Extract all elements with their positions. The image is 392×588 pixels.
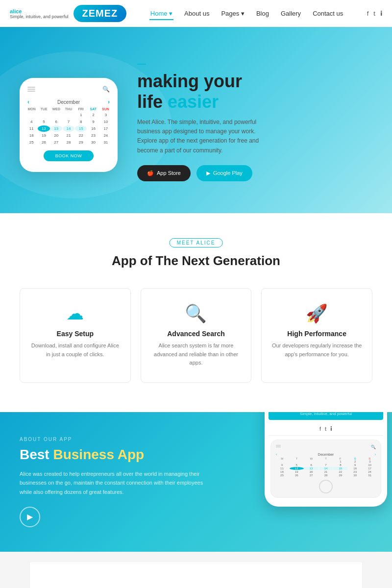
nav-gallery[interactable]: Gallery	[280, 8, 302, 19]
mockup-tw-icon: t	[325, 426, 326, 432]
feature-card-performance: 🚀 High Performance Our developers regula…	[261, 288, 372, 383]
calendar-grid: 123 45678910 11121314151617 181920212223…	[24, 112, 114, 146]
nav-links: Home ▾ About us Pages ▾ Blog Gallery Con…	[149, 8, 344, 19]
feature-setup-name: Easy Setup	[30, 330, 121, 338]
facebook-link[interactable]: f	[367, 10, 369, 17]
about-label: ABOUT OUR APP	[20, 437, 225, 442]
mockup-header-bar: alice Simple, intuitive, and powerful	[269, 412, 383, 420]
about-title: Best Business App	[20, 447, 225, 463]
calendar-month: December	[57, 99, 80, 105]
calendar-header: ‹ December ›	[24, 97, 114, 107]
hero-title-accent: easier	[168, 92, 219, 112]
appstore-label: App Store	[157, 170, 181, 176]
features-section-label: MEET ALICE	[170, 238, 223, 247]
appstore-button[interactable]: 🍎 App Store	[137, 165, 191, 181]
video-play-button[interactable]: ▶	[20, 507, 40, 527]
feature-card-setup: ☁ Easy Setup Download, install and confi…	[20, 288, 131, 383]
hero-title: making your life easier	[137, 71, 372, 112]
navbar-left: alice Simple, intuitive, and powerful ZE…	[10, 5, 126, 22]
alice-logo-tagline: Simple, intuitive, and powerful	[10, 14, 69, 19]
mockup-alice-tagline: Simple, intuitive, and powerful	[273, 412, 378, 416]
about-title-accent: Business App	[53, 447, 144, 462]
zemez-brand: ZEMEZ	[74, 5, 127, 22]
about-phone-container: alice Simple, intuitive, and powerful f …	[265, 412, 387, 507]
stats-section: 360+ Tasks ManagedEvery Day 152k Global …	[29, 562, 363, 588]
about-title-prefix: Best	[20, 447, 53, 462]
about-description: Alice was created to help entrepreneurs …	[20, 469, 206, 497]
apple-icon: 🍎	[147, 170, 154, 176]
feature-search-desc: Alice search system is far more advanced…	[151, 342, 242, 368]
mockup-mini-cal-grid: 123 45678910 11121314151617 181920212223…	[274, 460, 378, 477]
instagram-link[interactable]: 𝗶	[380, 10, 382, 17]
hero-section: 🔍 ‹ December › MONTUEWEDTHUFRI SATSUN 12…	[0, 27, 392, 213]
twitter-link[interactable]: t	[373, 10, 375, 17]
calendar-days-header: MONTUEWEDTHUFRI SATSUN	[24, 107, 114, 111]
nav-home[interactable]: Home ▾	[149, 8, 173, 19]
phone-search-icon: 🔍	[102, 86, 110, 93]
nav-pages[interactable]: Pages ▾	[220, 8, 245, 19]
about-phone-mockup: alice Simple, intuitive, and powerful f …	[265, 412, 387, 507]
cal-next[interactable]: ›	[108, 98, 110, 105]
alice-logo-name: alice	[10, 8, 69, 14]
features-section: MEET ALICE App of The Next Generation ☁ …	[0, 213, 392, 412]
mockup-mini-top-bar: 🔍	[274, 444, 378, 450]
stats-wrapper: 360+ Tasks ManagedEvery Day 152k Global …	[0, 552, 392, 588]
features-grid: ☁ Easy Setup Download, install and confi…	[20, 288, 372, 383]
cloud-icon: ☁	[30, 303, 121, 324]
features-title: App of The Next Generation	[20, 253, 372, 269]
googleplay-button[interactable]: ▶ Google Play	[196, 165, 252, 181]
hero-title-line2: life	[137, 92, 168, 112]
hero-dash: —	[137, 59, 372, 69]
about-section: ABOUT OUR APP Best Business App Alice wa…	[0, 412, 392, 552]
hero-description: Meet Alice. The simple, intuitive, and p…	[137, 118, 265, 155]
mockup-inner-phone: 🔍 ‹ December › MTWTF SS 123 45678910 111…	[270, 440, 381, 498]
about-content: ABOUT OUR APP Best Business App Alice wa…	[20, 437, 225, 527]
hero-content: 🔍 ‹ December › MONTUEWEDTHUFRI SATSUN 12…	[0, 44, 392, 196]
phone-top-bar: 🔍	[24, 84, 114, 95]
rocket-icon: 🚀	[271, 303, 362, 324]
hero-title-line1: making your	[137, 71, 242, 91]
feature-setup-desc: Download, install and configure Alice in…	[30, 342, 121, 359]
hero-text: — making your life easier Meet Alice. Th…	[137, 59, 372, 181]
hero-buttons: 🍎 App Store ▶ Google Play	[137, 165, 372, 181]
alice-logo: alice Simple, intuitive, and powerful	[10, 8, 69, 19]
mockup-home-button[interactable]	[319, 480, 333, 493]
social-links: f t 𝗶	[367, 10, 382, 17]
mockup-ig-icon: 𝗶	[330, 426, 332, 432]
mockup-fb-icon: f	[319, 426, 321, 432]
hero-phone-mockup: 🔍 ‹ December › MONTUEWEDTHUFRI SATSUN 12…	[20, 78, 118, 172]
nav-blog[interactable]: Blog	[255, 8, 270, 19]
nav-contact[interactable]: Contact us	[312, 8, 344, 19]
mockup-social-icons: f t 𝗶	[269, 423, 383, 436]
search-icon: 🔍	[151, 303, 242, 324]
book-now-button[interactable]: BOOK NOW	[44, 150, 94, 161]
mockup-mini-cal-header: ‹ December ›	[274, 452, 378, 457]
feature-search-name: Advanced Search	[151, 330, 242, 338]
feature-perf-desc: Our developers regularly increase the ap…	[271, 342, 362, 359]
hamburger-icon	[27, 87, 35, 92]
nav-about[interactable]: About us	[183, 8, 210, 19]
play-icon: ▶	[206, 170, 210, 176]
cal-prev[interactable]: ‹	[27, 98, 29, 105]
feature-perf-name: High Performance	[271, 330, 362, 338]
navbar: alice Simple, intuitive, and powerful ZE…	[0, 0, 392, 27]
feature-card-search: 🔍 Advanced Search Alice search system is…	[141, 288, 252, 383]
googleplay-label: Google Play	[213, 170, 243, 176]
